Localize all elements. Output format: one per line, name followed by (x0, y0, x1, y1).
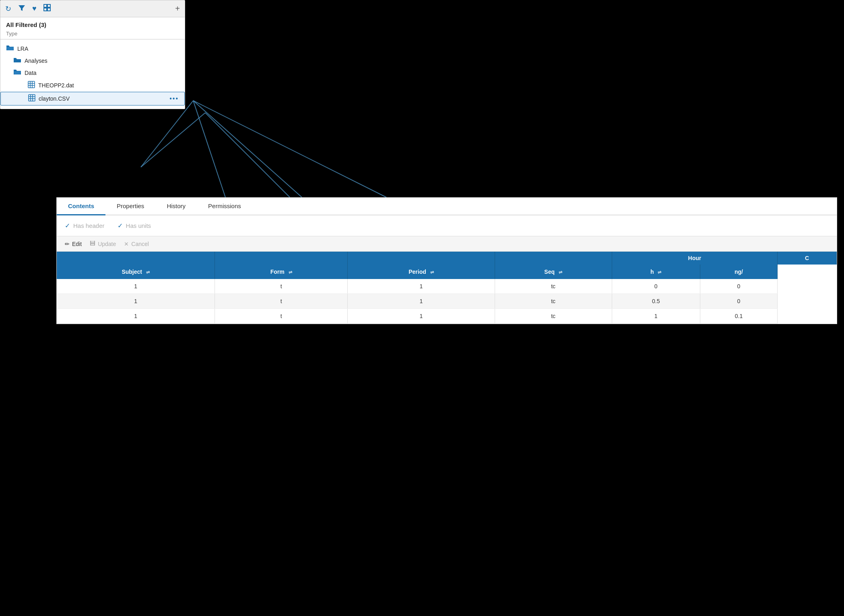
form-col-header[interactable]: Form ⇌ (215, 265, 348, 279)
edit-button[interactable]: ✏ Edit (65, 241, 82, 247)
cell-period-3: 1 (348, 309, 495, 324)
table-row: 1 t 1 tc 0 0 (57, 279, 837, 294)
subject-sort-icon: ⇌ (146, 270, 150, 275)
svg-rect-23 (91, 244, 94, 245)
svg-line-17 (141, 101, 193, 167)
svg-line-15 (141, 113, 205, 167)
lra-label: LRA (17, 45, 28, 52)
svg-rect-10 (29, 95, 35, 101)
svg-rect-5 (28, 81, 35, 88)
form-sort-icon: ⇌ (289, 270, 292, 275)
tree-item-analyses[interactable]: Analyses (0, 55, 185, 67)
data-file-icon (28, 81, 35, 90)
cell-form-3: t (215, 309, 348, 324)
theopp2-label: THEOPP2.dat (38, 82, 74, 89)
svg-rect-4 (47, 8, 50, 11)
has-units-checkbox[interactable]: ✓ Has units (118, 222, 151, 229)
tab-history[interactable]: History (155, 198, 197, 215)
cancel-button[interactable]: ✕ Cancel (124, 241, 149, 247)
file-tree: LRA Analyses Data (0, 39, 185, 109)
update-label: Update (98, 241, 116, 247)
has-units-label: Has units (126, 222, 151, 229)
cell-subject-1: 1 (57, 279, 215, 294)
tree-item-clayton[interactable]: clayton.CSV ••• (0, 92, 185, 105)
heart-icon[interactable]: ♥ (32, 4, 37, 13)
tree-item-theopp2[interactable]: THEOPP2.dat (0, 79, 185, 92)
cell-form-2: t (215, 294, 348, 309)
update-button[interactable]: Update (90, 240, 116, 247)
cell-hour-2: 0.5 (612, 294, 700, 309)
save-icon (90, 240, 95, 247)
panel-toolbar: ↻ ♥ + (0, 0, 185, 17)
hour-group-header: Hour (612, 252, 778, 265)
structure-icon[interactable] (43, 4, 51, 14)
cell-c-1: 0 (700, 279, 777, 294)
subject-col-header[interactable]: Subject ⇌ (57, 265, 215, 279)
cell-seq-1: tc (495, 279, 612, 294)
svg-rect-3 (44, 8, 47, 11)
type-label: Type (0, 30, 185, 39)
hour-h-col-header[interactable]: h ⇌ (612, 265, 700, 279)
table-row: 1 t 1 tc 1 0.1 (57, 309, 837, 324)
cell-subject-2: 1 (57, 294, 215, 309)
svg-line-16 (205, 113, 290, 197)
svg-rect-22 (91, 241, 94, 243)
cell-seq-2: tc (495, 294, 612, 309)
edit-label: Edit (72, 241, 82, 247)
edit-toolbar: ✏ Edit Update ✕ Cancel (57, 236, 837, 252)
folder-open-icon (6, 45, 14, 53)
tab-properties[interactable]: Properties (105, 198, 155, 215)
has-header-checkbox[interactable]: ✓ Has header (65, 222, 105, 229)
cell-c-2: 0 (700, 294, 777, 309)
tab-contents[interactable]: Contents (57, 198, 105, 215)
period-col-header[interactable]: Period ⇌ (348, 265, 495, 279)
data-table: Hour C Subject ⇌ Form ⇌ (57, 252, 837, 324)
c-ng-col-header[interactable]: ng/ (700, 265, 777, 279)
add-button[interactable]: + (175, 4, 180, 13)
cell-seq-3: tc (495, 309, 612, 324)
refresh-icon[interactable]: ↻ (5, 4, 11, 13)
cell-hour-1: 0 (612, 279, 700, 294)
analyses-label: Analyses (25, 58, 47, 64)
tree-item-data[interactable]: Data (0, 67, 185, 79)
table-row: 1 t 1 tc 0.5 0 (57, 294, 837, 309)
check-icon-units: ✓ (118, 222, 123, 229)
cell-period-1: 1 (348, 279, 495, 294)
csv-file-icon (28, 94, 35, 103)
checkboxes-row: ✓ Has header ✓ Has units (57, 215, 837, 236)
folder-open-icon-data (13, 69, 21, 77)
svg-line-19 (193, 101, 302, 197)
tab-permissions[interactable]: Permissions (197, 198, 252, 215)
hour-sort-icon: ⇌ (658, 270, 661, 275)
edit-icon: ✏ (65, 241, 70, 247)
col-group-row: Hour C (57, 252, 837, 265)
table-container: Hour C Subject ⇌ Form ⇌ (57, 252, 837, 324)
svg-line-18 (193, 101, 225, 197)
cell-hour-3: 1 (612, 309, 700, 324)
main-content-panel: Contents Properties History Permissions … (56, 197, 837, 324)
panel-title: All Filtered (3) (0, 17, 185, 30)
cell-c-3: 0.1 (700, 309, 777, 324)
cancel-label: Cancel (131, 241, 149, 247)
period-sort-icon: ⇌ (430, 270, 434, 275)
cancel-icon: ✕ (124, 241, 129, 247)
more-options-icon[interactable]: ••• (169, 95, 179, 102)
seq-sort-icon: ⇌ (559, 270, 562, 275)
file-browser-panel: ↻ ♥ + All Filtered (3) Type (0, 0, 185, 109)
data-label: Data (25, 70, 37, 76)
col-header-row: Subject ⇌ Form ⇌ Period ⇌ Seq ⇌ (57, 265, 837, 279)
tree-item-lra[interactable]: LRA (0, 43, 185, 55)
cell-form-1: t (215, 279, 348, 294)
tab-bar: Contents Properties History Permissions (57, 198, 837, 215)
filter-icon[interactable] (18, 4, 26, 14)
form-group-header (215, 252, 348, 265)
svg-rect-2 (47, 4, 50, 7)
has-header-label: Has header (73, 222, 105, 229)
subject-group-header (57, 252, 215, 265)
check-icon-header: ✓ (65, 222, 70, 229)
seq-col-header[interactable]: Seq ⇌ (495, 265, 612, 279)
svg-marker-0 (19, 5, 25, 11)
seq-group-header (495, 252, 612, 265)
period-group-header (348, 252, 495, 265)
clayton-label: clayton.CSV (39, 95, 70, 102)
